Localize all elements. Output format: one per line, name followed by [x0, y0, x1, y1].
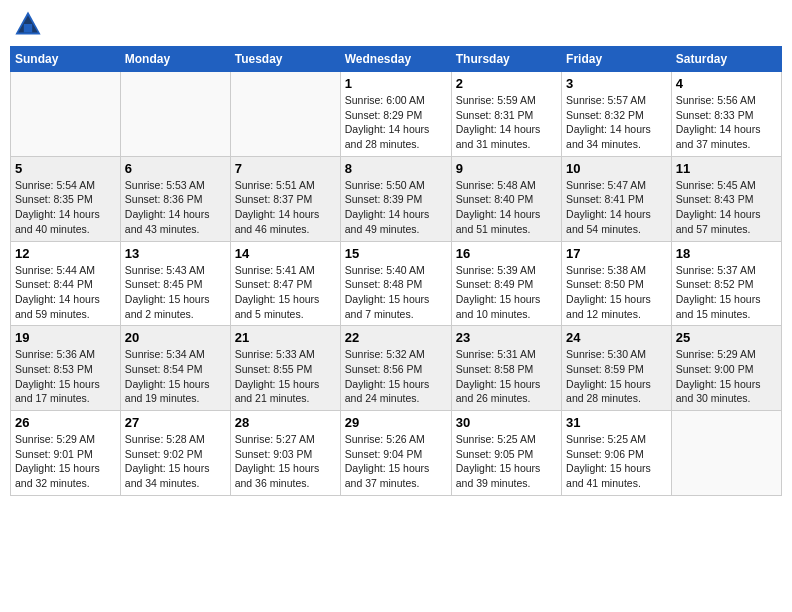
calendar-cell: 19Sunrise: 5:36 AM Sunset: 8:53 PM Dayli…: [11, 326, 121, 411]
day-info: Sunrise: 5:39 AM Sunset: 8:49 PM Dayligh…: [456, 263, 557, 322]
day-number: 26: [15, 415, 116, 430]
day-info: Sunrise: 5:26 AM Sunset: 9:04 PM Dayligh…: [345, 432, 447, 491]
calendar-cell: 21Sunrise: 5:33 AM Sunset: 8:55 PM Dayli…: [230, 326, 340, 411]
calendar-cell: 23Sunrise: 5:31 AM Sunset: 8:58 PM Dayli…: [451, 326, 561, 411]
svg-rect-2: [24, 24, 32, 32]
day-info: Sunrise: 6:00 AM Sunset: 8:29 PM Dayligh…: [345, 93, 447, 152]
weekday-header-tuesday: Tuesday: [230, 47, 340, 72]
calendar-cell: 28Sunrise: 5:27 AM Sunset: 9:03 PM Dayli…: [230, 411, 340, 496]
weekday-header-wednesday: Wednesday: [340, 47, 451, 72]
day-number: 21: [235, 330, 336, 345]
day-number: 27: [125, 415, 226, 430]
day-number: 11: [676, 161, 777, 176]
calendar-cell: [230, 72, 340, 157]
day-number: 8: [345, 161, 447, 176]
calendar-week-row: 19Sunrise: 5:36 AM Sunset: 8:53 PM Dayli…: [11, 326, 782, 411]
day-number: 14: [235, 246, 336, 261]
calendar-cell: 22Sunrise: 5:32 AM Sunset: 8:56 PM Dayli…: [340, 326, 451, 411]
day-number: 7: [235, 161, 336, 176]
calendar-cell: 5Sunrise: 5:54 AM Sunset: 8:35 PM Daylig…: [11, 156, 121, 241]
day-number: 6: [125, 161, 226, 176]
day-info: Sunrise: 5:45 AM Sunset: 8:43 PM Dayligh…: [676, 178, 777, 237]
calendar-cell: 9Sunrise: 5:48 AM Sunset: 8:40 PM Daylig…: [451, 156, 561, 241]
calendar-cell: 7Sunrise: 5:51 AM Sunset: 8:37 PM Daylig…: [230, 156, 340, 241]
day-info: Sunrise: 5:41 AM Sunset: 8:47 PM Dayligh…: [235, 263, 336, 322]
day-number: 19: [15, 330, 116, 345]
day-info: Sunrise: 5:25 AM Sunset: 9:05 PM Dayligh…: [456, 432, 557, 491]
day-info: Sunrise: 5:29 AM Sunset: 9:00 PM Dayligh…: [676, 347, 777, 406]
calendar-cell: 15Sunrise: 5:40 AM Sunset: 8:48 PM Dayli…: [340, 241, 451, 326]
day-number: 15: [345, 246, 447, 261]
calendar-cell: [11, 72, 121, 157]
calendar-cell: 18Sunrise: 5:37 AM Sunset: 8:52 PM Dayli…: [671, 241, 781, 326]
day-number: 25: [676, 330, 777, 345]
calendar-cell: 6Sunrise: 5:53 AM Sunset: 8:36 PM Daylig…: [120, 156, 230, 241]
day-number: 28: [235, 415, 336, 430]
day-info: Sunrise: 5:48 AM Sunset: 8:40 PM Dayligh…: [456, 178, 557, 237]
day-info: Sunrise: 5:31 AM Sunset: 8:58 PM Dayligh…: [456, 347, 557, 406]
weekday-header-thursday: Thursday: [451, 47, 561, 72]
day-number: 9: [456, 161, 557, 176]
logo-icon: [14, 10, 42, 38]
calendar-cell: 13Sunrise: 5:43 AM Sunset: 8:45 PM Dayli…: [120, 241, 230, 326]
calendar-cell: 3Sunrise: 5:57 AM Sunset: 8:32 PM Daylig…: [562, 72, 672, 157]
day-info: Sunrise: 5:33 AM Sunset: 8:55 PM Dayligh…: [235, 347, 336, 406]
day-info: Sunrise: 5:27 AM Sunset: 9:03 PM Dayligh…: [235, 432, 336, 491]
day-info: Sunrise: 5:28 AM Sunset: 9:02 PM Dayligh…: [125, 432, 226, 491]
day-number: 10: [566, 161, 667, 176]
day-number: 16: [456, 246, 557, 261]
calendar-cell: 24Sunrise: 5:30 AM Sunset: 8:59 PM Dayli…: [562, 326, 672, 411]
calendar-cell: 1Sunrise: 6:00 AM Sunset: 8:29 PM Daylig…: [340, 72, 451, 157]
day-number: 24: [566, 330, 667, 345]
calendar-cell: 20Sunrise: 5:34 AM Sunset: 8:54 PM Dayli…: [120, 326, 230, 411]
calendar-week-row: 12Sunrise: 5:44 AM Sunset: 8:44 PM Dayli…: [11, 241, 782, 326]
calendar-cell: 10Sunrise: 5:47 AM Sunset: 8:41 PM Dayli…: [562, 156, 672, 241]
weekday-header-sunday: Sunday: [11, 47, 121, 72]
calendar-cell: 27Sunrise: 5:28 AM Sunset: 9:02 PM Dayli…: [120, 411, 230, 496]
calendar-table: SundayMondayTuesdayWednesdayThursdayFrid…: [10, 46, 782, 496]
day-info: Sunrise: 5:47 AM Sunset: 8:41 PM Dayligh…: [566, 178, 667, 237]
day-info: Sunrise: 5:59 AM Sunset: 8:31 PM Dayligh…: [456, 93, 557, 152]
day-info: Sunrise: 5:34 AM Sunset: 8:54 PM Dayligh…: [125, 347, 226, 406]
day-number: 4: [676, 76, 777, 91]
day-number: 23: [456, 330, 557, 345]
day-number: 22: [345, 330, 447, 345]
day-number: 29: [345, 415, 447, 430]
calendar-cell: 26Sunrise: 5:29 AM Sunset: 9:01 PM Dayli…: [11, 411, 121, 496]
day-info: Sunrise: 5:43 AM Sunset: 8:45 PM Dayligh…: [125, 263, 226, 322]
day-number: 1: [345, 76, 447, 91]
day-info: Sunrise: 5:29 AM Sunset: 9:01 PM Dayligh…: [15, 432, 116, 491]
day-info: Sunrise: 5:53 AM Sunset: 8:36 PM Dayligh…: [125, 178, 226, 237]
calendar-week-row: 1Sunrise: 6:00 AM Sunset: 8:29 PM Daylig…: [11, 72, 782, 157]
calendar-cell: 4Sunrise: 5:56 AM Sunset: 8:33 PM Daylig…: [671, 72, 781, 157]
day-info: Sunrise: 5:40 AM Sunset: 8:48 PM Dayligh…: [345, 263, 447, 322]
day-info: Sunrise: 5:32 AM Sunset: 8:56 PM Dayligh…: [345, 347, 447, 406]
day-info: Sunrise: 5:57 AM Sunset: 8:32 PM Dayligh…: [566, 93, 667, 152]
day-info: Sunrise: 5:38 AM Sunset: 8:50 PM Dayligh…: [566, 263, 667, 322]
page-header: [10, 10, 782, 38]
day-info: Sunrise: 5:50 AM Sunset: 8:39 PM Dayligh…: [345, 178, 447, 237]
day-number: 13: [125, 246, 226, 261]
day-number: 31: [566, 415, 667, 430]
calendar-header-row: SundayMondayTuesdayWednesdayThursdayFrid…: [11, 47, 782, 72]
calendar-cell: 30Sunrise: 5:25 AM Sunset: 9:05 PM Dayli…: [451, 411, 561, 496]
calendar-cell: 31Sunrise: 5:25 AM Sunset: 9:06 PM Dayli…: [562, 411, 672, 496]
calendar-cell: 29Sunrise: 5:26 AM Sunset: 9:04 PM Dayli…: [340, 411, 451, 496]
weekday-header-friday: Friday: [562, 47, 672, 72]
calendar-cell: 16Sunrise: 5:39 AM Sunset: 8:49 PM Dayli…: [451, 241, 561, 326]
calendar-cell: [671, 411, 781, 496]
day-number: 12: [15, 246, 116, 261]
calendar-cell: [120, 72, 230, 157]
day-number: 20: [125, 330, 226, 345]
calendar-cell: 2Sunrise: 5:59 AM Sunset: 8:31 PM Daylig…: [451, 72, 561, 157]
day-number: 5: [15, 161, 116, 176]
day-number: 2: [456, 76, 557, 91]
calendar-week-row: 5Sunrise: 5:54 AM Sunset: 8:35 PM Daylig…: [11, 156, 782, 241]
calendar-cell: 11Sunrise: 5:45 AM Sunset: 8:43 PM Dayli…: [671, 156, 781, 241]
calendar-cell: 25Sunrise: 5:29 AM Sunset: 9:00 PM Dayli…: [671, 326, 781, 411]
day-info: Sunrise: 5:30 AM Sunset: 8:59 PM Dayligh…: [566, 347, 667, 406]
day-info: Sunrise: 5:36 AM Sunset: 8:53 PM Dayligh…: [15, 347, 116, 406]
calendar-cell: 8Sunrise: 5:50 AM Sunset: 8:39 PM Daylig…: [340, 156, 451, 241]
day-info: Sunrise: 5:25 AM Sunset: 9:06 PM Dayligh…: [566, 432, 667, 491]
day-info: Sunrise: 5:56 AM Sunset: 8:33 PM Dayligh…: [676, 93, 777, 152]
